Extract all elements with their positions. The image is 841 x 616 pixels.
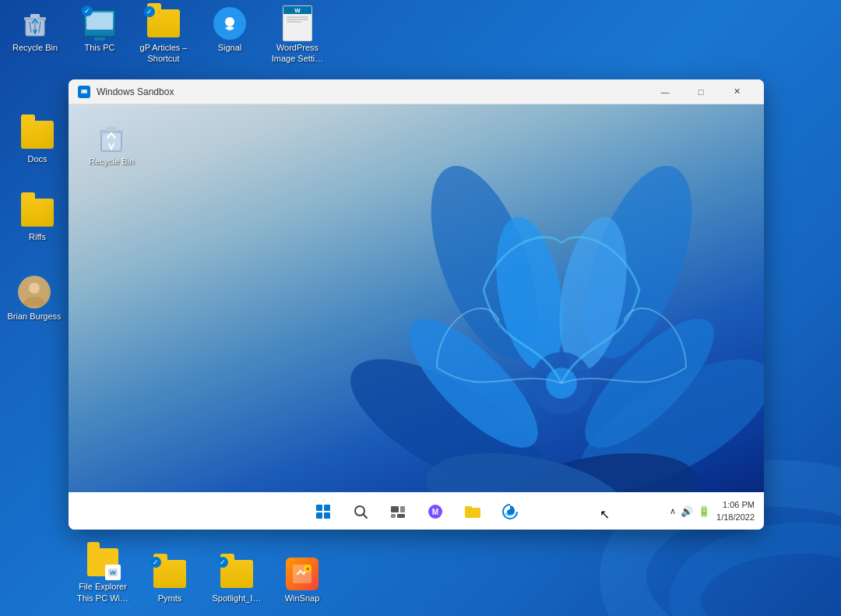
chevron-up-icon[interactable]: ∧ (670, 506, 676, 516)
sandbox-recycle-bin[interactable]: Recycle Bin (84, 120, 139, 166)
desktop-icon-signal[interactable]: Signal (199, 4, 261, 56)
taskbar-datetime[interactable]: 1:06 PM 1/18/2022 (716, 499, 755, 523)
sandbox-taskbar: M ∧ 🔊 (69, 492, 764, 530)
wordpress-icon: W (281, 7, 314, 40)
desktop-icon-wordpress[interactable]: W WordPress Image Setti… (263, 4, 332, 68)
svg-point-1 (685, 538, 841, 616)
riffs-label: Riffs (29, 231, 46, 242)
spotlight-icon: ✓ (220, 558, 253, 590)
edge-button[interactable] (494, 496, 526, 527)
svg-rect-29 (316, 512, 322, 519)
window-titlebar: Windows Sandbox — □ ✕ (69, 79, 764, 104)
pymts-icon: ✓ (153, 558, 186, 590)
sandbox-recycle-bin-label: Recycle Bin (89, 157, 134, 166)
minimize-button[interactable]: — (647, 79, 683, 104)
sandbox-content: Recycle Bin (69, 104, 764, 492)
svg-rect-36 (397, 514, 405, 518)
signal-label: Signal (218, 42, 242, 53)
desktop-icon-pymts[interactable]: ✓ Pymts (139, 554, 201, 607)
svg-rect-33 (391, 506, 399, 512)
desktop-icon-recycle-bin[interactable]: Recycle Bin (4, 4, 66, 56)
desktop-icon-riffs[interactable]: Riffs (6, 193, 69, 245)
search-button[interactable] (345, 496, 376, 527)
svg-text:W: W (110, 569, 116, 576)
desktop-icon-gp-articles[interactable]: ✓ gP Articles – Shortcut (132, 4, 195, 68)
riffs-folder-icon (21, 196, 54, 229)
desktop-icon-docs[interactable]: Docs (6, 115, 69, 167)
task-view-button[interactable] (382, 496, 413, 527)
brian-burgess-label: Brian Burgess (7, 311, 61, 322)
desktop-icon-this-pc[interactable]: ✓ This PC (69, 4, 131, 56)
svg-rect-28 (324, 505, 330, 511)
svg-rect-9 (82, 95, 86, 97)
recycle-bin-label: Recycle Bin (12, 42, 58, 53)
svg-text:M: M (431, 508, 438, 516)
desktop-icon-file-explorer[interactable]: W File ExplorerThis PC Wi… (69, 543, 137, 607)
taskbar-time-display: 1:06 PM (716, 499, 755, 511)
spotlight-label: Spotlight_I… (213, 593, 262, 604)
svg-rect-27 (316, 505, 322, 511)
taskbar-date-display: 1/18/2022 (716, 512, 755, 523)
close-button[interactable]: ✕ (719, 79, 755, 104)
window-title: Windows Sandbox (97, 86, 647, 97)
winsnap-label: WinSnap (285, 593, 320, 604)
brian-burgess-icon (18, 276, 51, 308)
gp-articles-icon: ✓ (147, 7, 180, 40)
svg-rect-25 (106, 127, 117, 132)
sandbox-title-icon (78, 86, 90, 98)
mouse-cursor: ↖ (600, 507, 610, 522)
battery-icon[interactable]: 🔋 (698, 505, 710, 517)
pymts-label: Pymts (158, 593, 182, 604)
winsnap-icon: ★ (286, 558, 318, 590)
file-explorer-label: File ExplorerThis PC Wi… (77, 581, 128, 604)
taskbar-right: ∧ 🔊 🔋 1:06 PM 1/18/2022 (670, 499, 755, 523)
system-tray-icons: ∧ 🔊 🔋 (670, 505, 710, 517)
svg-rect-34 (400, 506, 405, 512)
svg-rect-4 (30, 14, 40, 18)
docs-label: Docs (27, 153, 47, 164)
svg-line-32 (363, 514, 367, 518)
svg-rect-30 (324, 512, 330, 519)
svg-rect-10 (83, 90, 86, 93)
gp-articles-label: gP Articles – Shortcut (135, 42, 192, 65)
svg-point-6 (29, 283, 40, 294)
recycle-bin-icon (19, 7, 51, 40)
svg-rect-35 (391, 514, 396, 518)
file-explorer-icon: W (86, 546, 119, 579)
win11-bloom (328, 104, 764, 492)
svg-point-5 (225, 17, 234, 26)
signal-icon (213, 7, 246, 40)
teams-button[interactable]: M (420, 496, 451, 527)
maximize-button[interactable]: □ (683, 79, 719, 104)
docs-folder-icon (21, 118, 54, 151)
sandbox-window: Windows Sandbox — □ ✕ (69, 79, 764, 530)
volume-icon[interactable]: 🔊 (681, 505, 693, 517)
taskbar-center-icons: M (308, 496, 526, 527)
wordpress-label: WordPress Image Setti… (266, 42, 329, 65)
svg-rect-40 (465, 506, 472, 509)
start-button[interactable] (308, 496, 339, 527)
window-controls: — □ ✕ (647, 79, 755, 104)
desktop-icon-spotlight[interactable]: ✓ Spotlight_I… (202, 554, 271, 607)
svg-text:★: ★ (305, 566, 311, 572)
this-pc-label: This PC (84, 42, 114, 53)
desktop-icon-winsnap[interactable]: ★ WinSnap (271, 554, 333, 607)
desktop-icon-brian-burgess[interactable]: Brian Burgess (0, 273, 69, 325)
this-pc-icon: ✓ (83, 7, 116, 40)
file-explorer-taskbar-button[interactable] (457, 496, 488, 527)
